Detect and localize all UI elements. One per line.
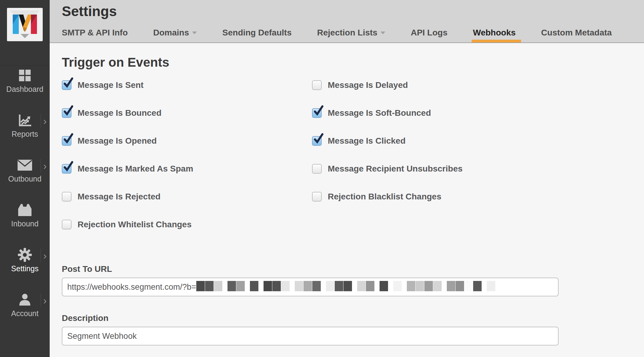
event-row-message-is-bounced[interactable]: Message Is Bounced: [62, 108, 312, 118]
event-label: Rejection Blacklist Changes: [328, 192, 441, 202]
event-label: Message Is Soft-Bounced: [328, 108, 431, 118]
checkbox-message-is-soft-bounced[interactable]: [312, 108, 322, 118]
chevron-right-icon[interactable]: ›: [41, 293, 49, 307]
page-title: Settings: [62, 3, 117, 19]
redaction-gap: [482, 281, 487, 291]
tab-sending-defaults[interactable]: Sending Defaults: [222, 28, 292, 42]
redaction-gap: [245, 281, 250, 291]
tab-label: SMTP & API Info: [62, 28, 128, 37]
header: Settings SMTP & API InfoDomainsSending D…: [50, 0, 644, 43]
sidebar-item-account[interactable]: Account›: [0, 292, 50, 316]
sidebar-item-label: Account: [0, 309, 50, 318]
sidebar-nav: DashboardReports›Outbound›InboundSetting…: [0, 68, 50, 316]
sidebar-item-settings[interactable]: Settings›: [0, 247, 50, 272]
sidebar-item-reports[interactable]: Reports›: [0, 113, 50, 137]
redaction-gap: [259, 281, 264, 291]
url-value-prefix: https://webhooks.segment.com/?b=: [67, 282, 196, 292]
redaction-block: [335, 281, 343, 291]
description-label: Description: [62, 313, 644, 323]
redaction-block: [447, 281, 455, 291]
sidebar-item-label: Inbound: [0, 219, 50, 228]
chevron-right-icon[interactable]: ›: [41, 159, 49, 173]
chevron-right-icon[interactable]: ›: [41, 114, 49, 128]
checkbox-rejection-whitelist-changes[interactable]: [62, 220, 71, 229]
tab-webhooks[interactable]: Webhooks: [473, 28, 516, 42]
checkbox-message-is-bounced[interactable]: [62, 108, 71, 118]
event-row-message-is-marked-as-spam[interactable]: Message Is Marked As Spam: [62, 164, 312, 174]
redaction-block: [456, 281, 464, 291]
event-label: Message Is Marked As Spam: [78, 164, 193, 174]
redaction-gap: [290, 281, 295, 291]
description-input[interactable]: [62, 327, 559, 345]
event-label: Message Is Rejected: [78, 192, 161, 202]
event-row-message-is-opened[interactable]: Message Is Opened: [62, 136, 312, 146]
event-label: Rejection Whitelist Changes: [78, 220, 192, 229]
checkbox-message-is-rejected[interactable]: [62, 192, 71, 202]
event-row-message-is-soft-bounced[interactable]: Message Is Soft-Bounced: [312, 108, 644, 118]
redaction-block: [464, 281, 473, 291]
url-redacted-mosaic: [196, 281, 496, 293]
redaction-block: [205, 281, 214, 291]
events-column-left: Message Is SentMessage Is BouncedMessage…: [62, 80, 312, 247]
checkbox-message-recipient-unsubscribes[interactable]: [312, 164, 322, 174]
tab-custom-metadata[interactable]: Custom Metadata: [541, 28, 612, 42]
sidebar-item-label: Settings: [0, 264, 50, 273]
redaction-block: [264, 281, 272, 291]
tab-rejection-lists[interactable]: Rejection Lists: [317, 28, 385, 42]
redaction-block: [380, 281, 388, 291]
post-to-url-input[interactable]: https://webhooks.segment.com/?b=: [62, 278, 559, 296]
event-row-message-recipient-unsubscribes[interactable]: Message Recipient Unsubscribes: [312, 164, 644, 174]
event-label: Message Is Delayed: [328, 80, 408, 90]
sidebar-item-label: Dashboard: [0, 85, 50, 94]
redaction-block: [433, 281, 442, 291]
redaction-block: [416, 281, 424, 291]
sidebar-item-inbound[interactable]: Inbound: [0, 202, 50, 227]
tab-label: Webhooks: [473, 28, 516, 37]
redaction-block: [312, 281, 321, 291]
event-label: Message Is Clicked: [328, 136, 406, 146]
caret-down-icon: [192, 32, 197, 34]
redaction-block: [424, 281, 433, 291]
settings-tabs: SMTP & API InfoDomainsSending DefaultsRe…: [62, 28, 612, 42]
event-label: Message Is Sent: [78, 80, 144, 90]
redaction-block: [272, 281, 281, 291]
inbound-tray-icon: [0, 202, 50, 218]
tab-domains[interactable]: Domains: [153, 28, 197, 42]
redaction-block: [196, 281, 205, 291]
tab-label: Domains: [153, 28, 189, 37]
checkbox-message-is-clicked[interactable]: [312, 136, 322, 146]
redaction-block: [304, 281, 312, 291]
event-row-rejection-blacklist-changes[interactable]: Rejection Blacklist Changes: [312, 192, 644, 202]
dashboard-grid-icon: [0, 68, 50, 83]
logo-block[interactable]: [0, 8, 50, 65]
event-row-message-is-clicked[interactable]: Message Is Clicked: [312, 136, 644, 146]
redaction-block: [281, 281, 290, 291]
checkbox-rejection-blacklist-changes[interactable]: [312, 192, 322, 202]
checkbox-message-is-delayed[interactable]: [312, 80, 322, 90]
event-row-rejection-whitelist-changes[interactable]: Rejection Whitelist Changes: [62, 219, 312, 230]
redaction-block: [326, 281, 334, 291]
redaction-gap: [352, 281, 357, 291]
checkbox-message-is-marked-as-spam[interactable]: [62, 164, 71, 174]
chevron-right-icon[interactable]: ›: [41, 249, 49, 262]
redaction-block: [250, 281, 258, 291]
tab-label: Sending Defaults: [222, 28, 292, 37]
redaction-block: [295, 281, 303, 291]
sidebar-item-dashboard[interactable]: Dashboard: [0, 68, 50, 92]
checkbox-message-is-sent[interactable]: [62, 80, 71, 90]
redaction-gap: [442, 281, 447, 291]
redaction-block: [473, 281, 482, 291]
redaction-gap: [402, 281, 407, 291]
tab-label: API Logs: [411, 28, 447, 37]
event-row-message-is-delayed[interactable]: Message Is Delayed: [312, 80, 644, 90]
redaction-block: [393, 281, 402, 291]
event-row-message-is-rejected[interactable]: Message Is Rejected: [62, 192, 312, 202]
event-row-message-is-sent[interactable]: Message Is Sent: [62, 80, 312, 90]
tab-smtp-api-info[interactable]: SMTP & API Info: [62, 28, 128, 42]
post-to-url-label: Post To URL: [62, 264, 644, 274]
redaction-block: [487, 281, 495, 291]
tab-api-logs[interactable]: API Logs: [411, 28, 447, 42]
sidebar-item-outbound[interactable]: Outbound›: [0, 158, 50, 182]
checkbox-message-is-opened[interactable]: [62, 136, 71, 146]
section-title: Trigger on Events: [62, 55, 644, 70]
